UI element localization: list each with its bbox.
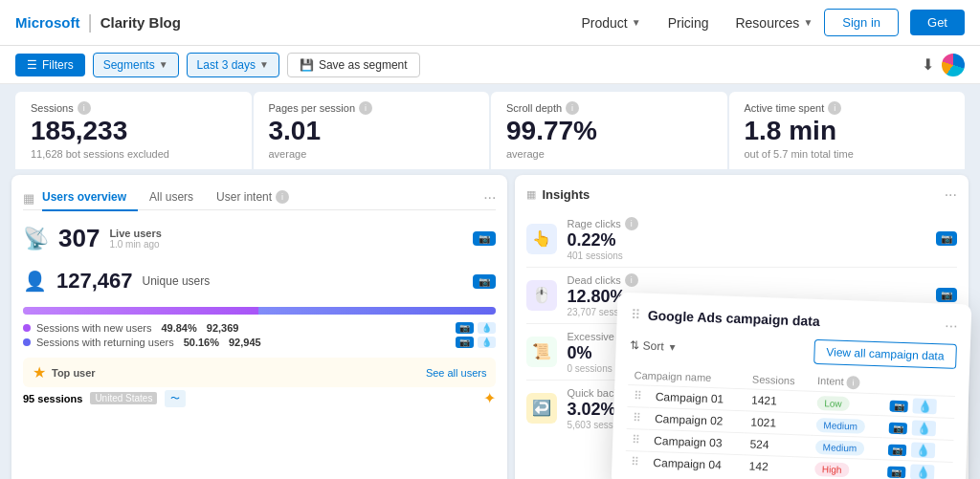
- camera-icon-row[interactable]: 📷: [887, 466, 905, 478]
- drag-handle-icon[interactable]: ⠿: [631, 307, 641, 322]
- camera-icon-row[interactable]: 📷: [888, 444, 906, 456]
- ads-panel: ⠿ Google Ads campaign data ··· ⇅ Sort ▼ …: [612, 292, 972, 479]
- star-bottom-icon: ✦: [483, 389, 496, 407]
- dead-info-icon[interactable]: i: [625, 273, 638, 287]
- drop-icon-row[interactable]: 💧: [912, 420, 937, 436]
- view-all-button[interactable]: View all campaign data: [813, 339, 957, 369]
- sessions-stat: Sessions i 185,233 11,628 bot sessions e…: [15, 92, 252, 169]
- drop-icon-ret[interactable]: 💧: [478, 337, 496, 348]
- top-user-sessions: 95 sessions: [23, 393, 82, 404]
- rage-clicks-icon-box: 👆: [526, 224, 557, 254]
- campaign-intent: High: [809, 457, 882, 479]
- pages-stat: Pages per session i 3.01 average: [254, 92, 490, 169]
- camera-icon-row[interactable]: 📷: [890, 400, 908, 412]
- tab-user-intent[interactable]: User intent i: [216, 186, 301, 211]
- camera-icon-ret[interactable]: 📷: [456, 337, 474, 348]
- sparkline-icon: 〜: [165, 390, 186, 407]
- scroll-stat: Scroll depth i 99.77% average: [491, 92, 727, 169]
- rage-clicks-row: 👆 Rage clicks i 0.22% 401 sessions 📷: [526, 211, 957, 268]
- drop-icon-row[interactable]: 💧: [913, 398, 938, 414]
- chevron-down-icon: ▼: [632, 17, 641, 28]
- legend-ret-val: 92,945: [229, 337, 261, 348]
- rage-info-icon[interactable]: i: [625, 217, 638, 230]
- campaign-intent: Medium: [810, 413, 883, 438]
- camera-icon-row[interactable]: 📷: [889, 422, 907, 434]
- progress-returning-users: [258, 307, 496, 315]
- legend-dot-ret: [23, 338, 31, 346]
- live-users-row: 📡 307 Live users 1.0 min ago 📷: [23, 220, 496, 257]
- campaign-name: Campaign 02: [649, 407, 746, 432]
- progress-bar-container: [23, 307, 496, 315]
- drop-icon-new[interactable]: 💧: [478, 322, 496, 334]
- unique-label: Unique users: [143, 274, 211, 288]
- save-segment-button[interactable]: 💾 Save as segment: [287, 53, 420, 77]
- quick-icon: ↩️: [532, 399, 551, 417]
- pages-info-icon[interactable]: i: [359, 101, 372, 115]
- get-button[interactable]: Get: [910, 10, 965, 35]
- drop-icon-row[interactable]: 💧: [911, 442, 936, 458]
- dead-clicks-icon-box: 🖱️: [526, 280, 557, 311]
- days-filter-button[interactable]: Last 3 days ▼: [187, 53, 279, 77]
- intent-info-icon[interactable]: i: [276, 190, 289, 204]
- chevron-down-icon: ▼: [159, 59, 168, 70]
- ads-more-menu[interactable]: ···: [945, 316, 958, 334]
- rage-value: 0.22%: [567, 230, 637, 250]
- tab-all-users[interactable]: All users: [149, 186, 205, 211]
- insights-header: ▦ Insights ···: [526, 186, 957, 204]
- campaign-name: Campaign 03: [648, 429, 745, 454]
- brand-name: Microsoft: [15, 14, 80, 31]
- dead-icon: 🖱️: [532, 286, 551, 304]
- sessions-label: Sessions: [31, 102, 74, 114]
- nav-pricing[interactable]: Pricing: [668, 15, 709, 31]
- campaign-sessions: 1021: [745, 411, 811, 435]
- see-all-users-link[interactable]: See all users: [426, 367, 487, 379]
- legend-new-val: 92,369: [207, 322, 239, 334]
- active-label: Active time spent: [745, 102, 825, 114]
- progress-new-users: [23, 307, 258, 315]
- sessions-info-icon[interactable]: i: [78, 101, 91, 115]
- nav-resources[interactable]: Resources ▼: [735, 15, 813, 31]
- campaign-intent: Medium: [809, 435, 882, 460]
- filters-button[interactable]: ☰ Filters: [15, 54, 85, 76]
- signin-button[interactable]: Sign in: [824, 9, 899, 36]
- legend-new-users: Sessions with new users 49.84% 92,369 📷 …: [23, 322, 496, 334]
- pages-value: 3.01: [269, 117, 471, 146]
- insights-icon: ▦: [526, 188, 536, 201]
- col-sessions: Sessions: [746, 369, 813, 391]
- blog-title: Clarity Blog: [100, 14, 181, 31]
- nav-product[interactable]: Product ▼: [582, 15, 641, 31]
- rage-sub: 401 sessions: [567, 250, 637, 261]
- tab-users-overview[interactable]: Users overview: [42, 186, 138, 211]
- segments-button[interactable]: Segments ▼: [93, 53, 179, 77]
- country-flag: United States: [90, 392, 157, 404]
- sort-button[interactable]: ⇅ Sort ▼: [629, 338, 677, 354]
- filter-icon: ☰: [27, 58, 37, 72]
- camera-icon-new[interactable]: 📷: [456, 322, 474, 334]
- stats-row: Sessions i 185,233 11,628 bot sessions e…: [0, 84, 980, 169]
- star-icon: ★: [33, 363, 46, 381]
- camera-icon-dead[interactable]: 📷: [936, 288, 957, 302]
- camera-icon-unique[interactable]: 📷: [473, 274, 496, 289]
- legend-ret-pct: 50.16%: [184, 337, 219, 348]
- top-user-section: ★ Top user See all users 95 sessions Uni…: [23, 358, 496, 407]
- camera-icon-rage[interactable]: 📷: [936, 231, 957, 246]
- drop-icon-row[interactable]: 💧: [910, 464, 935, 479]
- active-info-icon[interactable]: i: [828, 101, 841, 115]
- toolbar-right: ⬇: [922, 54, 965, 76]
- live-label: Live users: [109, 228, 161, 239]
- scroll-info-icon[interactable]: i: [566, 101, 579, 115]
- camera-icon[interactable]: 📷: [473, 231, 496, 246]
- sessions-value: 185,233: [31, 117, 233, 146]
- rage-icon: 👆: [532, 229, 551, 248]
- card-more-menu[interactable]: ···: [483, 189, 496, 207]
- campaign-sessions: 1421: [746, 389, 812, 413]
- campaign-sessions: 142: [743, 455, 809, 479]
- scroll-icon-box: 📜: [526, 337, 557, 367]
- insights-more-menu[interactable]: ···: [945, 186, 957, 204]
- download-icon[interactable]: ⬇: [922, 55, 934, 74]
- legend-dot-new: [23, 324, 31, 332]
- row-drag-icon: ⠿: [631, 455, 639, 468]
- intent-col-info-icon[interactable]: i: [846, 376, 859, 389]
- sessions-legend: Sessions with new users 49.84% 92,369 📷 …: [23, 322, 496, 348]
- color-circle-icon: [942, 54, 965, 76]
